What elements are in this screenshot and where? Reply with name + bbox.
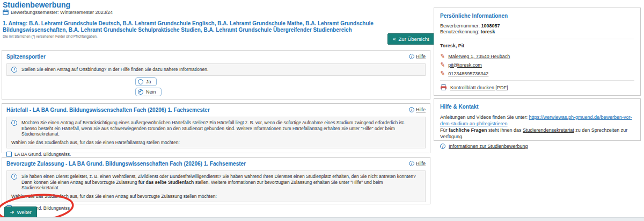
- checkbox-haertefall-bildungswiss[interactable]: LA BA Grund. Bildungswiss.: [6, 152, 426, 157]
- benutzerkennung-row: Benutzerkennung: toresk: [440, 29, 634, 35]
- info-box-haertefall: Möchten Sie einen Antrag auf Berücksicht…: [6, 117, 426, 148]
- hilfe-link-spitzensportler[interactable]: Hilfe: [409, 54, 426, 59]
- hilfe-link-haertefall[interactable]: Hilfe: [409, 107, 426, 112]
- edit-pencil-icon: ✎: [440, 70, 445, 76]
- info-icon: [409, 54, 414, 59]
- info-icon: [440, 144, 445, 149]
- studierendensekretariat-link[interactable]: Studierendensekretariat: [523, 127, 574, 133]
- studienbewerbung-page: Studienbewerbung Bewerbungssemester: Win…: [0, 0, 644, 221]
- panel-personal-info: Persönliche Informationen Bewerbernummer…: [434, 8, 641, 96]
- bewerbernummer-row: Bewerbernummer: 1008057: [440, 23, 634, 29]
- checkbox-bevorzugte-bildungswiss[interactable]: LA BA Grund. Bildungswiss.: [6, 205, 426, 211]
- informationen-link: Informationen zur Studienbewerbung: [449, 144, 528, 149]
- section-spitzensportler: Spitzensportler Hilfe Stellen Sie einen …: [2, 50, 430, 99]
- checkbox-icon: [6, 152, 12, 157]
- info-text-spitzensportler: Stellen Sie einen Antrag auf Ortsbindung…: [21, 67, 208, 73]
- help-text: Anleitungen und Videos finden Sie unter:…: [440, 114, 634, 140]
- radio-nein[interactable]: Nein: [135, 88, 162, 96]
- choose-line-haertefall: Wählen Sie das Studienfach aus, für das …: [11, 140, 421, 146]
- zur-uebersicht-button[interactable]: « Zur Übersicht: [387, 33, 435, 45]
- info-icon: [11, 120, 17, 126]
- info-icon: [409, 107, 414, 112]
- panel-hilfe-kontakt: Hilfe & Kontakt Anleitungen und Videos f…: [434, 98, 641, 141]
- chevron-left-icon: «: [393, 37, 396, 42]
- pdf-print-icon: [440, 84, 447, 90]
- info-icon: [409, 161, 414, 166]
- section-bevorzugte-zulassung: Bevorzugte Zulassung - LA BA Grund. Bild…: [2, 157, 430, 204]
- page-title: Studienbewerbung: [3, 1, 70, 9]
- radio-checked-icon: [138, 89, 143, 95]
- ortsbindung-radio-group: Ja Nein: [135, 77, 162, 96]
- info-icon: [11, 67, 17, 73]
- applicant-name: Toresk, Pit: [440, 43, 634, 48]
- info-box-bevorzugte: Sie haben einen Dienst geleistet, z. B. …: [6, 170, 426, 202]
- semester-text: Bewerbungssemester: Wintersemester 2023/…: [11, 10, 113, 15]
- section-haertefall: Härtefall - LA BA Grund. Bildungswissens…: [2, 103, 430, 153]
- section-title-haertefall: Härtefall - LA BA Grund. Bildungswissens…: [6, 107, 210, 113]
- radio-ja[interactable]: Ja: [135, 77, 157, 86]
- info-icon: [11, 174, 17, 180]
- semester-line: Bewerbungssemester: Wintersemester 2023/…: [3, 9, 113, 15]
- mandatory-note: Die mit Sternchen (*) versehenen Felder …: [3, 34, 98, 38]
- choose-line-bevorzugte: Wählen Sie das Studienfach aus, für das …: [11, 194, 421, 199]
- info-text-bevorzugte: Sie haben einen Dienst geleistet, z. B. …: [21, 174, 421, 191]
- arrow-right-icon: ➜: [10, 210, 14, 215]
- hilfe-kontakt-title: Hilfe & Kontakt: [440, 104, 634, 110]
- personal-info-title: Persönliche Informationen: [440, 13, 634, 19]
- section-title-bevorzugte: Bevorzugte Zulassung - LA BA Grund. Bild…: [6, 161, 246, 167]
- radio-unchecked-icon: [138, 79, 143, 84]
- address-link[interactable]: ✎ Malerweg 1, 73540 Heubach: [440, 53, 634, 59]
- calendar-icon: [3, 9, 9, 15]
- antrag-heading: 1. Antrag: B.A. Lehramt Grundschule Deut…: [3, 20, 428, 33]
- kontrollblatt-link[interactable]: Kontrollblatt drucken [PDF]: [440, 84, 634, 90]
- info-text-haertefall: Möchten Sie einen Antrag auf Berücksicht…: [21, 120, 421, 137]
- edit-pencil-icon: ✎: [440, 61, 445, 68]
- divider: [440, 80, 634, 81]
- phone-link[interactable]: ✎ 012348595736342: [440, 70, 634, 76]
- email-link[interactable]: ✎ pit@toresk.com: [440, 62, 634, 68]
- hilfe-link-bevorzugte[interactable]: Hilfe: [409, 161, 426, 166]
- edit-pencil-icon: ✎: [440, 53, 445, 59]
- divider: [440, 39, 634, 39]
- footer-strip: [0, 217, 644, 221]
- weiter-button[interactable]: ➜ Weiter: [4, 206, 37, 218]
- section-title-spitzensportler: Spitzensportler: [6, 54, 46, 60]
- info-box-spitzensportler: Stellen Sie einen Antrag auf Ortsbindung…: [6, 63, 426, 76]
- informationen-link-row[interactable]: Informationen zur Studienbewerbung: [440, 144, 634, 149]
